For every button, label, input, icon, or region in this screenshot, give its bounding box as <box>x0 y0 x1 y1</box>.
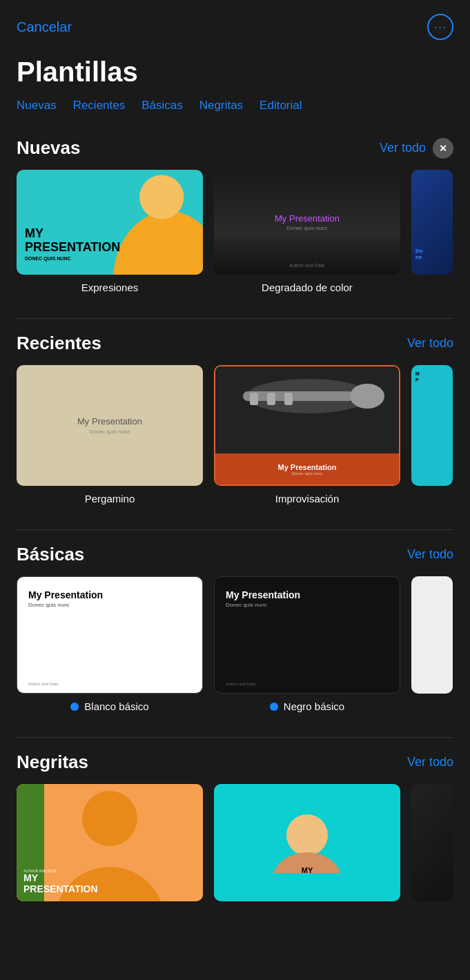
ver-todo-nuevas[interactable]: Ver todo <box>380 141 426 155</box>
template-name-negro: Negro básico <box>270 700 344 712</box>
ver-todo-negritas[interactable]: Ver todo <box>407 755 453 770</box>
template-partial-recientes[interactable]: MP <box>411 365 453 486</box>
section-title-nuevas: Nuevas <box>17 137 81 159</box>
template-negritas2[interactable]: MY <box>214 784 400 908</box>
svg-rect-5 <box>250 393 258 405</box>
section-recientes: Recientes Ver todo My Presentation Donec… <box>0 319 470 516</box>
template-pergamino[interactable]: My Presentation Donec quis nunc Pergamin… <box>17 365 203 504</box>
template-name-expresiones: Expresiones <box>81 282 139 293</box>
templates-row-basicas: My Presentation Donec quis nunc Author a… <box>17 576 453 723</box>
template-blanco[interactable]: My Presentation Donec quis nunc Author a… <box>17 576 203 712</box>
svg-point-12 <box>286 814 328 856</box>
close-nuevas-button[interactable]: ✕ <box>433 138 453 159</box>
templates-row-recientes: My Presentation Donec quis nunc Pergamin… <box>17 365 453 516</box>
svg-point-4 <box>350 384 384 409</box>
tab-recientes[interactable]: Recientes <box>73 99 126 118</box>
template-thumb-negritas1: AUTHOR AND DATE MYPRESENTATION <box>17 784 203 901</box>
svg-point-1 <box>139 175 184 219</box>
cancel-button[interactable]: Cancelar <box>17 19 72 35</box>
template-thumb-negro: My Presentation Donec quis nunc Author a… <box>214 576 400 694</box>
tab-editorial[interactable]: Editorial <box>260 99 302 118</box>
template-thumb-pergamino: My Presentation Donec quis nunc <box>17 365 203 486</box>
templates-row-nuevas: MYPRESENTATION DONEC QUIS NUNC Expresion… <box>17 170 453 304</box>
svg-rect-3 <box>243 391 353 401</box>
section-nuevas: Nuevas Ver todo ✕ MYPRESENTATION <box>0 124 470 304</box>
template-negritas1[interactable]: AUTHOR AND DATE MYPRESENTATION <box>17 784 203 908</box>
section-basicas: Básicas Ver todo My Presentation Donec q… <box>0 530 470 723</box>
section-header-nuevas: Nuevas Ver todo ✕ <box>17 137 453 159</box>
template-thumb-degradado: My Presentation Donec quis nunc Author a… <box>214 170 400 275</box>
section-title-recientes: Recientes <box>17 333 101 354</box>
tab-negritas[interactable]: Negritas <box>199 99 243 118</box>
template-thumb-expresiones: MYPRESENTATION DONEC QUIS NUNC <box>17 170 203 275</box>
template-name-improvisacion: Improvisación <box>275 493 340 504</box>
template-partial-negritas[interactable] <box>411 784 453 901</box>
templates-row-negritas: AUTHOR AND DATE MYPRESENTATION MY <box>17 784 453 919</box>
more-button[interactable]: ··· <box>427 14 453 40</box>
section-title-negritas: Negritas <box>17 752 88 773</box>
template-partial-basicas[interactable] <box>411 576 453 694</box>
section-negritas: Negritas Ver todo <box>0 738 470 940</box>
template-negro[interactable]: My Presentation Donec quis nunc Author a… <box>214 576 400 712</box>
template-name-blanco: Blanco básico <box>70 700 148 712</box>
blanco-dot <box>70 703 79 711</box>
template-thumb-improvisacion: My Presentation Donec quis nunc <box>214 365 400 486</box>
page-title: Plantillas <box>0 51 470 99</box>
svg-point-9 <box>82 791 137 846</box>
tab-basicas[interactable]: Básicas <box>141 99 183 118</box>
svg-rect-6 <box>267 393 275 405</box>
svg-point-0 <box>113 211 203 275</box>
svg-rect-7 <box>284 393 293 405</box>
template-thumb-negritas2: MY <box>214 784 400 901</box>
tabs-bar: Nuevas Recientes Básicas Negritas Editor… <box>0 99 470 118</box>
section-header-negritas: Negritas Ver todo <box>17 752 453 773</box>
section-title-basicas: Básicas <box>17 544 84 565</box>
template-improvisacion[interactable]: My Presentation Donec quis nunc Improvis… <box>214 365 400 504</box>
section-header-basicas: Básicas Ver todo <box>17 544 453 565</box>
ver-todo-recientes[interactable]: Ver todo <box>407 336 453 351</box>
section-header-recientes: Recientes Ver todo <box>17 333 453 354</box>
template-name-degradado: Degradado de color <box>262 282 353 293</box>
header: Cancelar ··· <box>0 0 470 51</box>
template-degradado[interactable]: My Presentation Donec quis nunc Author a… <box>214 170 400 293</box>
template-partial-nuevas[interactable]: Done <box>411 170 453 275</box>
ver-todo-basicas[interactable]: Ver todo <box>407 547 453 562</box>
tab-nuevas[interactable]: Nuevas <box>17 99 57 118</box>
negro-dot <box>270 703 278 711</box>
template-thumb-blanco: My Presentation Donec quis nunc Author a… <box>17 576 203 694</box>
template-name-pergamino: Pergamino <box>85 493 135 504</box>
template-expresiones[interactable]: MYPRESENTATION DONEC QUIS NUNC Expresion… <box>17 170 203 293</box>
section-action-nuevas: Ver todo ✕ <box>380 138 453 159</box>
